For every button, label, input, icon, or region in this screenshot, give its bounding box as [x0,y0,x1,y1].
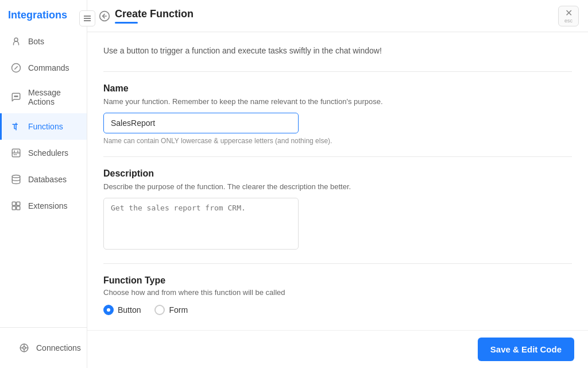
svg-rect-15 [12,206,16,210]
sidebar-item-bots-label: Bots [28,37,44,46]
sidebar-header: Integrations [0,0,87,28]
back-icon[interactable] [99,10,110,22]
sidebar-title: Integrations [8,9,79,21]
database-icon [10,173,22,186]
page-subtitle: Use a button to trigger a function and e… [103,46,572,55]
name-section: Name Name your function. Remember to kee… [103,83,572,145]
description-desc: Describe the purpose of the function. Th… [103,182,572,191]
sidebar-item-commands[interactable]: Commands [0,55,87,81]
description-label: Description [103,168,572,179]
radio-form-option[interactable]: Form [154,305,188,315]
radio-button-option[interactable]: Button [103,305,141,315]
sidebar-item-commands-label: Commands [28,63,69,72]
extension-icon [10,200,22,212]
sidebar-item-message-actions-label: Message Actions [28,88,79,106]
message-icon [10,91,22,103]
sidebar-item-schedulers-label: Schedulers [28,148,68,158]
page-title: Create Function [99,8,194,24]
footer: Save & Edit Code [87,330,588,368]
sidebar-item-connections[interactable]: Connections [8,335,79,361]
bot-icon [10,35,22,48]
sidebar-bottom: Connections [0,327,87,368]
sidebar-toggle-button[interactable] [79,10,95,26]
content-area: Use a button to trigger a function and e… [87,32,588,368]
topbar: Create Function ✕ esc [87,0,588,32]
svg-rect-14 [17,202,20,205]
close-x-icon: ✕ [565,9,572,18]
svg-rect-13 [12,202,16,205]
name-label: Name [103,83,572,94]
connections-icon [18,342,30,354]
divider-2 [103,156,572,157]
radio-form-circle [154,305,165,315]
sidebar: Integrations Bots Commands [0,0,87,368]
name-description: Name your function. Remember to keep the… [103,97,572,106]
sidebar-item-bots[interactable]: Bots [0,28,87,55]
function-type-section: Function Type Choose how and from where … [103,275,572,315]
sidebar-item-extensions[interactable]: Extensions [0,193,87,219]
function-icon [10,120,22,133]
function-type-desc: Choose how and from where this function … [103,288,572,297]
title-underline [115,22,138,24]
svg-point-4 [16,96,17,97]
divider-3 [103,263,572,264]
svg-rect-16 [17,206,20,210]
function-type-label: Function Type [103,275,572,286]
radio-button-circle [103,305,114,315]
svg-point-0 [14,38,18,41]
slash-icon [10,62,22,74]
description-textarea[interactable] [103,198,299,250]
sidebar-nav: Bots Commands Message A [0,28,87,327]
svg-point-3 [14,96,16,97]
sidebar-item-databases-label: Databases [28,175,67,184]
sidebar-item-connections-label: Connections [36,343,81,352]
scheduler-icon [10,147,22,159]
close-esc-label: esc [564,18,572,24]
sidebar-item-functions[interactable]: Functions [0,113,87,140]
main-panel: Create Function ✕ esc Use a button to tr… [87,0,588,368]
svg-point-12 [12,175,20,178]
sidebar-item-extensions-label: Extensions [28,201,67,210]
page-title-text: Create Function [115,8,194,20]
description-section: Description Describe the purpose of the … [103,168,572,252]
radio-form-label: Form [169,305,188,315]
close-button[interactable]: ✕ esc [558,6,579,26]
sidebar-item-functions-label: Functions [28,122,63,131]
name-input[interactable] [103,113,299,133]
svg-point-5 [17,96,18,97]
save-edit-code-button[interactable]: Save & Edit Code [478,338,574,361]
radio-group: Button Form [103,305,572,315]
sidebar-item-schedulers[interactable]: Schedulers [0,140,87,166]
svg-line-2 [15,67,18,70]
divider-1 [103,71,572,72]
sidebar-item-databases[interactable]: Databases [0,166,87,193]
radio-button-label: Button [118,305,141,315]
sidebar-item-message-actions[interactable]: Message Actions [0,81,87,113]
name-hint: Name can contain ONLY lowercase & upperc… [103,137,572,145]
